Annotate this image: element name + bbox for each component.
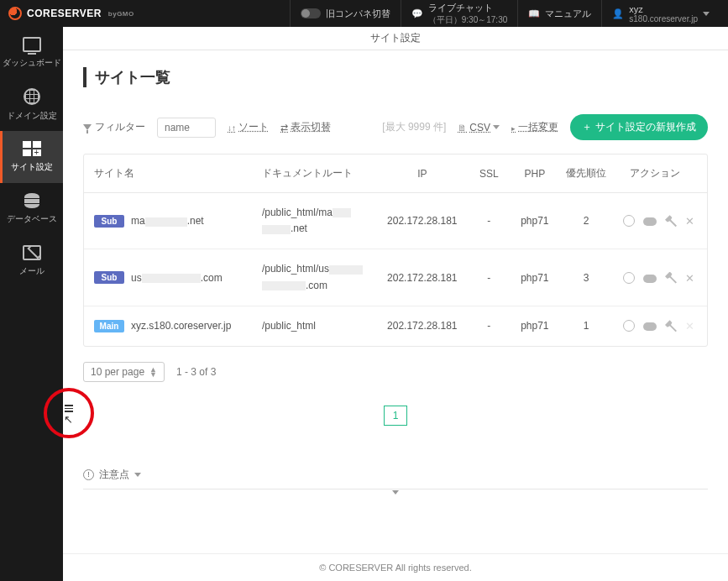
csv-export-link[interactable]: CSV	[458, 122, 500, 133]
globe-icon	[24, 88, 40, 105]
funnel-icon	[83, 124, 92, 130]
cell-ip: 202.172.28.181	[376, 320, 468, 332]
sort-link[interactable]: ソート	[228, 120, 269, 134]
document-icon	[458, 122, 467, 133]
account-menu[interactable]: 👤 xyz s180.coreserver.jp	[601, 0, 720, 27]
attention-toggle[interactable]: ! 注意点	[83, 468, 708, 482]
chat-hours: （平日）9:30～17:30	[428, 14, 508, 26]
sync-icon[interactable]	[643, 322, 657, 331]
footer: © CORESERVER All rights reserved.	[63, 553, 728, 581]
manual-label: マニュアル	[545, 8, 591, 20]
table-header: サイト名 ドキュメントルート IP SSL PHP 優先順位 アクション	[84, 154, 707, 193]
cell-ip: 202.172.28.181	[376, 272, 468, 284]
live-chat-link[interactable]: 💬 ライブチャット （平日）9:30～17:30	[401, 0, 518, 27]
th-php: PHP	[510, 168, 559, 180]
site-name: us.com	[131, 272, 223, 284]
cell-docroot: /public_html/us.com	[262, 261, 376, 293]
cell-actions	[613, 215, 697, 227]
chevron-down-icon	[392, 490, 399, 509]
bulk-edit-link[interactable]: 一括変更	[511, 120, 558, 134]
sidebar-item-database[interactable]: データベース	[0, 183, 63, 235]
chevron-down-icon	[493, 125, 500, 129]
attention-label: 注意点	[99, 468, 129, 482]
sidebar: ダッシュボード ドメイン設定 サイト設定 データベース メール	[0, 27, 63, 581]
site-name: xyz.s180.coreserver.jp	[131, 320, 231, 332]
open-site-icon[interactable]	[623, 272, 635, 284]
chevron-down-icon	[703, 12, 710, 16]
open-site-icon[interactable]	[623, 215, 635, 227]
breadcrumb: サイト設定	[63, 27, 728, 50]
cell-php: php71	[510, 215, 559, 227]
swap-icon	[280, 122, 288, 133]
per-page-select[interactable]: 10 per page ▲▼	[83, 362, 165, 382]
toggle-icon	[301, 8, 321, 18]
cell-priority: 1	[559, 320, 613, 332]
sync-icon[interactable]	[643, 275, 657, 283]
max-hint: [最大 9999 件]	[382, 120, 446, 134]
topbar: CORESERVER byGMO 旧コンパネ切替 💬 ライブチャット （平日）9…	[0, 0, 728, 27]
old-panel-label: 旧コンパネ切替	[326, 8, 390, 20]
chat-label: ライブチャット	[428, 2, 508, 14]
delete-icon[interactable]	[685, 215, 697, 227]
filter-name-input[interactable]	[157, 118, 216, 138]
display-toggle-link[interactable]: 表示切替	[280, 120, 331, 134]
brand-sub: byGMO	[108, 10, 134, 18]
th-docroot: ドキュメントルート	[262, 166, 376, 181]
th-actions: アクション	[613, 166, 697, 181]
settings-icon[interactable]	[665, 320, 677, 332]
table-row[interactable]: Main xyz.s180.coreserver.jp /public_html…	[84, 306, 707, 346]
th-ip: IP	[376, 168, 468, 180]
create-site-button[interactable]: ＋ サイト設定の新規作成	[570, 114, 708, 140]
footer-text: © CORESERVER All rights reserved.	[319, 563, 472, 573]
sidebar-item-label: データベース	[7, 213, 57, 225]
sidebar-item-label: メール	[19, 265, 45, 277]
page-number-current[interactable]: 1	[384, 406, 408, 426]
database-icon	[24, 193, 39, 208]
delete-icon[interactable]	[685, 320, 697, 332]
site-badge: Main	[94, 320, 124, 332]
brand-logo[interactable]: CORESERVER byGMO	[8, 7, 134, 20]
site-name: ma.net	[131, 215, 204, 227]
settings-icon[interactable]	[665, 215, 677, 227]
table-row[interactable]: Sub ma.net /public_html/ma.net 202.172.2…	[84, 193, 707, 249]
sync-icon[interactable]	[643, 217, 657, 226]
th-ssl: SSL	[468, 168, 510, 180]
th-site: サイト名	[94, 166, 262, 181]
table-row[interactable]: Sub us.com /public_html/us.com 202.172.2…	[84, 249, 707, 305]
user-icon: 👤	[612, 8, 624, 19]
site-badge: Sub	[94, 271, 124, 284]
cell-docroot: /public_html/ma.net	[262, 205, 376, 237]
cell-site: Sub us.com	[94, 271, 262, 284]
cell-php: php71	[510, 272, 559, 284]
brand-name: CORESERVER	[27, 8, 102, 19]
old-panel-toggle[interactable]: 旧コンパネ切替	[290, 0, 401, 27]
cell-ssl: -	[468, 320, 510, 332]
updown-icon: ▲▼	[149, 367, 157, 377]
sidebar-item-dashboard[interactable]: ダッシュボード	[0, 27, 63, 79]
sidebar-item-domain[interactable]: ドメイン設定	[0, 79, 63, 131]
plus-icon: ＋	[582, 120, 592, 134]
sidebar-item-site[interactable]: サイト設定	[0, 131, 63, 183]
sidebar-item-label: ドメイン設定	[7, 110, 57, 122]
info-icon: !	[83, 469, 94, 480]
cell-priority: 2	[559, 215, 613, 227]
monitor-icon	[23, 37, 41, 52]
manual-link[interactable]: 📖 マニュアル	[517, 0, 601, 27]
account-host: s180.coreserver.jp	[629, 14, 698, 24]
cell-docroot: /public_html	[262, 318, 376, 334]
sort-icon	[228, 122, 236, 133]
account-user: xyz	[629, 4, 698, 14]
cell-site: Sub ma.net	[94, 215, 262, 228]
cell-ssl: -	[468, 272, 510, 284]
open-site-icon[interactable]	[623, 320, 635, 332]
chevron-down-icon	[134, 473, 141, 477]
grid-plus-icon	[23, 141, 41, 156]
sidebar-item-mail[interactable]: メール	[0, 235, 63, 287]
logo-icon	[8, 7, 22, 20]
settings-icon[interactable]	[665, 272, 677, 284]
collapse-toggle[interactable]	[83, 489, 708, 515]
delete-icon[interactable]	[685, 272, 697, 284]
sidebar-item-label: サイト設定	[11, 161, 53, 173]
chat-icon: 💬	[411, 8, 423, 19]
toolbar: フィルター ソート 表示切替 [最大 9999 件] CSV 一括変更 ＋ サイ…	[83, 114, 708, 140]
